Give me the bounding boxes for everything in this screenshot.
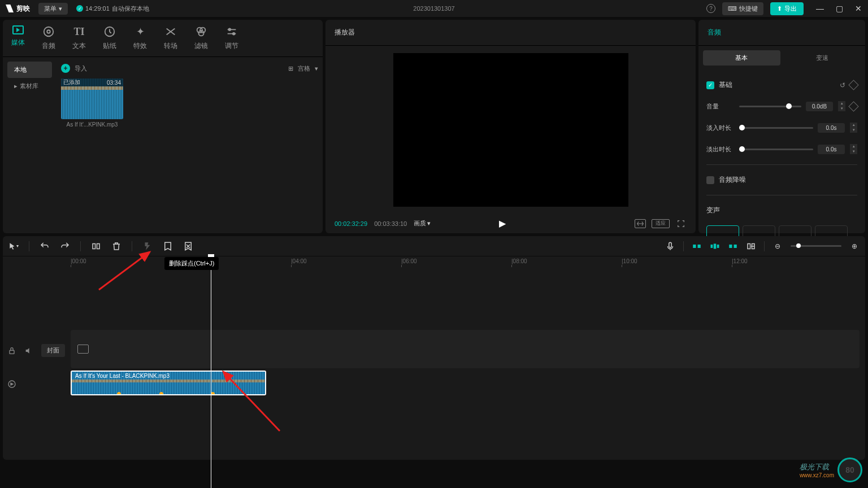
fullscreen-icon[interactable] xyxy=(675,219,687,228)
fadein-slider[interactable] xyxy=(739,127,813,129)
tooltip: 删除踩点(Ctrl+J) xyxy=(164,257,219,270)
video-preview[interactable] xyxy=(393,53,628,207)
props-tab-basic[interactable]: 基本 xyxy=(703,50,780,66)
denoise-label: 音频降噪 xyxy=(719,175,746,185)
shortcuts-button[interactable]: ⌨快捷键 xyxy=(722,2,763,15)
grid-icon[interactable]: ⊞ xyxy=(288,65,293,72)
video-track[interactable] xyxy=(71,330,860,368)
mic-icon[interactable] xyxy=(665,241,675,251)
fadeout-slider[interactable] xyxy=(739,149,813,150)
app-logo: 剪映 xyxy=(6,4,30,14)
fadeout-value[interactable]: 0.0s xyxy=(818,145,845,154)
tab-sticker[interactable]: 贴纸 xyxy=(103,25,116,56)
title-bar: 剪映 菜单▾ ✓ 14:29:01 自动保存本地 202301301307 ? … xyxy=(0,0,868,17)
svg-point-6 xyxy=(229,29,231,31)
annotation-arrow-1 xyxy=(96,247,164,293)
thumbnail-name: As If It'...KPINK.mp3 xyxy=(61,121,123,128)
tab-audio[interactable]: 音频 xyxy=(42,25,55,56)
svg-rect-20 xyxy=(10,350,14,354)
svg-rect-11 xyxy=(693,245,696,248)
snap-tool-1[interactable] xyxy=(692,241,702,251)
svg-rect-10 xyxy=(669,242,672,247)
maximize-icon[interactable]: ▢ xyxy=(835,5,843,12)
fadein-label: 淡入时长 xyxy=(706,124,735,132)
tab-filter[interactable]: 滤镜 xyxy=(194,25,208,56)
compare-icon[interactable] xyxy=(635,219,646,228)
sidebar-library[interactable]: ▸ 素材库 xyxy=(7,78,52,94)
zoom-out-icon[interactable]: ⊖ xyxy=(772,241,783,251)
cover-button[interactable]: 封面 xyxy=(41,344,65,357)
lock-track-icon[interactable] xyxy=(7,346,16,355)
keyframe-icon[interactable] xyxy=(848,80,858,90)
film-icon xyxy=(77,345,89,354)
zoom-slider[interactable] xyxy=(791,245,841,247)
snap-tool-2[interactable] xyxy=(710,241,720,251)
media-sidebar: 本地 ▸ 素材库 xyxy=(3,57,57,233)
svg-rect-13 xyxy=(711,245,713,248)
reset-icon[interactable]: ↺ xyxy=(840,81,845,89)
undo-button[interactable] xyxy=(40,241,50,251)
volume-slider[interactable] xyxy=(739,106,801,107)
tab-adjust[interactable]: 调节 xyxy=(225,25,238,56)
help-icon[interactable]: ? xyxy=(706,4,715,13)
watermark: 极光下载 www.xz7.com 80 xyxy=(800,457,862,482)
tab-media[interactable]: 媒体 xyxy=(11,25,25,56)
clip-name: As If It's Your Last - BLACKPINK.mp3 xyxy=(75,373,170,379)
svg-rect-17 xyxy=(734,245,737,248)
volume-up[interactable]: ▴ xyxy=(837,101,845,106)
redo-button[interactable] xyxy=(60,241,70,251)
mute-track-icon[interactable] xyxy=(24,346,33,355)
menu-button[interactable]: 菜单▾ xyxy=(38,3,68,15)
zoom-in-icon[interactable]: ⊕ xyxy=(849,241,860,251)
save-status: ✓ 14:29:01 自动保存本地 xyxy=(76,5,149,13)
timeline-tracks[interactable]: 封面 As If It's Your Last - BLACKPINK.mp3 xyxy=(3,268,865,460)
volume-down[interactable]: ▾ xyxy=(837,106,845,111)
volume-keyframe-icon[interactable] xyxy=(848,101,858,111)
import-plus-button[interactable]: + xyxy=(61,64,70,73)
svg-rect-15 xyxy=(717,245,719,248)
svg-rect-18 xyxy=(748,243,750,249)
snap-tool-3[interactable] xyxy=(728,241,738,251)
media-panel: 媒体 音频 TI文本 贴纸 ✦特效 转场 滤镜 调节 本地 ▸ 素材库 + 导入… xyxy=(3,20,323,233)
close-icon[interactable]: ✕ xyxy=(854,5,862,12)
add-marker-tool[interactable] xyxy=(163,241,173,251)
delete-marker-tool[interactable] xyxy=(183,241,193,251)
beat-marker[interactable] xyxy=(117,392,121,395)
preview-tool[interactable] xyxy=(746,241,756,251)
props-tab-speed[interactable]: 变速 xyxy=(784,50,861,66)
timeline-panel: ▾ ⊖ ⊕ |00:00 |02:00 |04:00 |06:00 xyxy=(3,236,865,460)
select-tool[interactable]: ▾ xyxy=(8,241,19,251)
playhead[interactable] xyxy=(211,255,211,488)
volume-value[interactable]: 0.0dB xyxy=(806,102,833,111)
tab-transition[interactable]: 转场 xyxy=(164,25,177,56)
player-panel: 播放器 00:02:32:29 00:03:33:10 画质▾ ▶ 适应 xyxy=(326,20,696,233)
svg-point-5 xyxy=(198,30,203,36)
player-title: 播放器 xyxy=(326,20,696,46)
view-mode-label[interactable]: 宫格 xyxy=(298,64,310,73)
export-button[interactable]: ⬆导出 xyxy=(770,2,804,15)
play-button[interactable]: ▶ xyxy=(499,218,506,229)
svg-point-1 xyxy=(47,30,50,33)
beat-marker[interactable] xyxy=(211,392,215,395)
svg-point-0 xyxy=(44,27,54,37)
svg-point-7 xyxy=(233,33,235,35)
svg-rect-8 xyxy=(93,243,96,249)
tab-effect[interactable]: ✦特效 xyxy=(133,25,147,56)
denoise-checkbox[interactable] xyxy=(706,176,714,184)
audio-track-icon[interactable] xyxy=(7,380,16,389)
tab-text[interactable]: TI文本 xyxy=(72,25,86,56)
import-label: 导入 xyxy=(75,64,87,73)
fit-button[interactable]: 适应 xyxy=(652,219,670,228)
volume-label: 音量 xyxy=(706,102,735,111)
fadein-value[interactable]: 0.0s xyxy=(818,123,845,133)
sidebar-local[interactable]: 本地 xyxy=(7,62,52,78)
minimize-icon[interactable]: — xyxy=(816,5,824,12)
quality-selector[interactable]: 画质▾ xyxy=(414,219,431,228)
current-time: 00:02:32:29 xyxy=(335,220,367,227)
voice-label: 变声 xyxy=(706,206,720,215)
beat-marker[interactable] xyxy=(159,392,163,395)
app-name: 剪映 xyxy=(16,4,30,14)
basic-checkbox[interactable]: ✓ xyxy=(706,81,714,89)
media-thumbnail[interactable]: 已添加 03:34 As If It'...KPINK.mp3 xyxy=(61,79,123,128)
fadeout-label: 淡出时长 xyxy=(706,145,735,154)
